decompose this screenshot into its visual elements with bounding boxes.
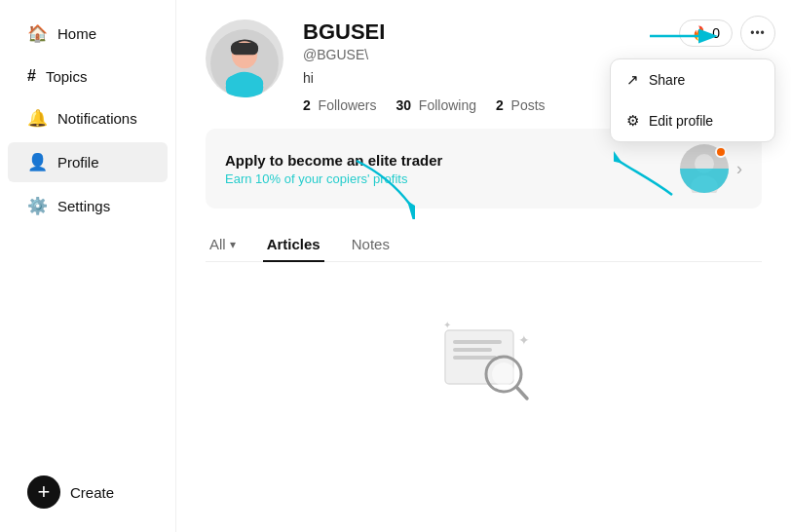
sidebar: 🏠 Home # Topics 🔔 Notifications 👤 Profil… bbox=[0, 0, 176, 532]
tab-notes[interactable]: Notes bbox=[348, 228, 394, 262]
sidebar-item-notifications-label: Notifications bbox=[57, 110, 137, 127]
svg-point-18 bbox=[492, 362, 515, 386]
empty-state: ✦ ✦ bbox=[206, 282, 762, 437]
sidebar-item-settings[interactable]: ⚙️ Settings bbox=[8, 186, 168, 226]
svg-rect-15 bbox=[453, 348, 492, 352]
avatar bbox=[206, 19, 283, 97]
trader-banner-subtitle: Earn 10% of your copiers' profits bbox=[225, 171, 442, 186]
create-circle-icon: + bbox=[27, 475, 60, 509]
trader-circle-svg bbox=[680, 144, 729, 193]
edit-profile-label: Edit profile bbox=[649, 113, 713, 129]
sliders-icon: ⚙ bbox=[626, 112, 639, 130]
person-icon: 👤 bbox=[27, 152, 48, 172]
avatar-svg bbox=[210, 29, 279, 97]
svg-rect-5 bbox=[231, 43, 258, 55]
followers-stat[interactable]: 2 Followers bbox=[303, 97, 376, 113]
home-icon: 🏠 bbox=[27, 23, 48, 44]
share-menu-item[interactable]: ↗ Share bbox=[611, 59, 774, 100]
gear-icon: ⚙️ bbox=[27, 196, 48, 216]
sidebar-item-topics[interactable]: # Topics bbox=[8, 57, 168, 95]
share-label: Share bbox=[649, 72, 685, 88]
svg-text:✦: ✦ bbox=[443, 320, 451, 330]
following-stat[interactable]: 30 Following bbox=[396, 97, 476, 113]
hash-icon: # bbox=[27, 67, 36, 85]
trader-banner-text: Apply to become an elite trader Earn 10%… bbox=[225, 152, 442, 186]
tab-all-label: All bbox=[209, 236, 226, 252]
sidebar-item-profile-label: Profile bbox=[57, 154, 99, 171]
trader-banner-right: › bbox=[680, 144, 742, 193]
followers-label: Followers bbox=[319, 97, 377, 113]
edit-profile-menu-item[interactable]: ⚙ Edit profile bbox=[611, 100, 774, 141]
posts-stat[interactable]: 2 Posts bbox=[496, 97, 546, 113]
sidebar-item-topics-label: Topics bbox=[46, 68, 88, 85]
share-icon: ↗ bbox=[626, 71, 639, 89]
tab-articles[interactable]: Articles bbox=[263, 228, 324, 262]
sidebar-create-label: Create bbox=[70, 484, 114, 501]
sidebar-item-notifications[interactable]: 🔔 Notifications bbox=[8, 98, 168, 138]
fire-icon: 🔥 bbox=[692, 25, 708, 41]
main-content: BGUSEI @BGUSE\ hi 2 Followers 30 Followi… bbox=[176, 0, 791, 532]
trader-avatar bbox=[680, 144, 729, 193]
sidebar-item-home[interactable]: 🏠 Home bbox=[8, 14, 168, 54]
empty-state-illustration: ✦ ✦ bbox=[426, 311, 543, 408]
trader-banner-title: Apply to become an elite trader bbox=[225, 152, 442, 169]
svg-text:✦: ✦ bbox=[518, 332, 530, 348]
svg-rect-16 bbox=[453, 356, 497, 360]
tabs-bar: All ▾ Articles Notes bbox=[206, 228, 762, 262]
top-controls: 🔥 0 ••• bbox=[679, 16, 775, 51]
sidebar-item-profile[interactable]: 👤 Profile bbox=[8, 142, 168, 182]
tab-all[interactable]: All ▾ bbox=[206, 228, 240, 262]
fire-count: 0 bbox=[712, 25, 720, 41]
tab-notes-label: Notes bbox=[352, 236, 390, 252]
following-label: Following bbox=[419, 97, 476, 113]
svg-line-19 bbox=[516, 387, 527, 399]
sidebar-item-home-label: Home bbox=[57, 25, 96, 42]
following-count: 30 bbox=[396, 97, 411, 113]
followers-count: 2 bbox=[303, 97, 311, 113]
more-dots-icon: ••• bbox=[750, 26, 766, 40]
fire-badge-button[interactable]: 🔥 0 bbox=[679, 19, 733, 47]
svg-rect-7 bbox=[226, 75, 264, 93]
sidebar-item-settings-label: Settings bbox=[57, 198, 110, 214]
svg-rect-14 bbox=[453, 340, 502, 344]
chevron-right-icon: › bbox=[736, 159, 742, 179]
avatar-container bbox=[206, 19, 283, 97]
dropdown-menu: ↗ Share ⚙ Edit profile bbox=[610, 58, 775, 142]
bell-icon: 🔔 bbox=[27, 108, 48, 129]
more-options-button[interactable]: ••• bbox=[740, 16, 775, 51]
tab-articles-label: Articles bbox=[267, 236, 320, 252]
tab-all-arrow: ▾ bbox=[230, 238, 236, 251]
posts-label: Posts bbox=[511, 97, 546, 113]
sidebar-create[interactable]: + Create bbox=[8, 466, 168, 518]
posts-count: 2 bbox=[496, 97, 504, 113]
